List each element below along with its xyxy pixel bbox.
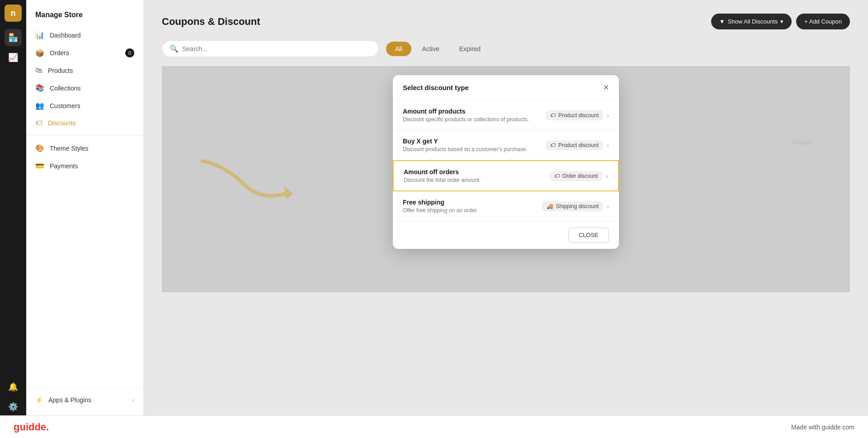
modal-item-text: Amount off products Discount specific pr…	[403, 108, 546, 123]
modal-close-button[interactable]: ✕	[603, 83, 609, 92]
dashboard-icon: 📊	[35, 31, 44, 39]
search-box[interactable]: 🔍	[162, 40, 379, 57]
sidebar-item-payments[interactable]: 💳 Payments	[26, 157, 143, 175]
sidebar-item-label: Collections	[50, 85, 80, 92]
search-input[interactable]	[182, 45, 371, 52]
sidebar-item-label: Discounts	[48, 119, 75, 127]
page-header: Coupons & Discount ▼ Show All Discounts …	[162, 14, 850, 29]
collections-icon: 📚	[35, 84, 44, 92]
modal-item-free-shipping[interactable]: Free shipping Offer free shipping on an …	[393, 191, 619, 221]
orders-icon: 📦	[35, 49, 44, 57]
modal-item-amount-off-products[interactable]: Amount off products Discount specific pr…	[393, 100, 619, 130]
modal-item-desc: Discount the total order amount.	[404, 177, 550, 183]
discounts-icon: 🏷	[35, 119, 42, 127]
modal-item-text: Free shipping Offer free shipping on an …	[403, 199, 542, 214]
rail-store-icon[interactable]: 🏪	[5, 29, 22, 46]
bottom-bar: guidde. Made with guidde.com	[0, 415, 868, 438]
sidebar-divider	[26, 135, 143, 136]
filter-tabs: All Active Expired	[386, 42, 490, 56]
sidebar-item-label: Dashboard	[50, 32, 81, 39]
badge-icon-2: 🏷	[550, 142, 556, 148]
sidebar-title: Manage Store	[26, 7, 143, 26]
page-title: Coupons & Discount	[162, 16, 260, 28]
modal-title: Select discount type	[403, 84, 469, 91]
show-all-discounts-button[interactable]: ▼ Show All Discounts ▾	[711, 14, 792, 29]
modal-item-title: Buy X get Y	[403, 138, 546, 145]
select-discount-modal: Select discount type ✕ Amount off produc…	[393, 75, 619, 249]
header-actions: ▼ Show All Discounts ▾ + Add Coupon	[711, 14, 850, 29]
modal-header: Select discount type ✕	[393, 75, 619, 100]
guidde-logo-text: guidde.	[14, 421, 49, 433]
products-icon: 🛍	[35, 67, 42, 75]
filter-row: 🔍 All Active Expired	[162, 40, 850, 57]
sidebar-item-products[interactable]: 🛍 Products	[26, 62, 143, 79]
icon-rail: n 🏪 📈 🔔 ⚙️	[0, 0, 26, 415]
orders-badge: 0	[125, 48, 134, 57]
order-discount-badge: 🏷 Order discount	[550, 171, 603, 181]
sidebar-item-label: Theme Styles	[50, 145, 89, 152]
modal-item-text: Buy X get Y Discount products based on a…	[403, 138, 546, 152]
theme-styles-icon: 🎨	[35, 144, 44, 152]
modal-item-desc: Discount specific products or collection…	[403, 116, 546, 123]
app-logo[interactable]: n	[5, 5, 22, 22]
modal-item-buy-x-get-y[interactable]: Buy X get Y Discount products based on a…	[393, 130, 619, 160]
modal-item-title: Free shipping	[403, 199, 542, 206]
modal-item-title: Amount off orders	[404, 168, 550, 176]
sidebar-item-label: Products	[48, 67, 73, 74]
badge-icon-4: 🚚	[547, 203, 553, 209]
badge-icon-1: 🏷	[550, 112, 556, 119]
sidebar: Manage Store 📊 Dashboard 📦 Orders 0 🛍 Pr…	[26, 0, 144, 415]
apps-icon: ⚡	[35, 396, 43, 404]
modal-item-amount-off-orders[interactable]: Amount off orders Discount the total ord…	[393, 160, 619, 191]
modal-item-desc: Offer free shipping on an order.	[403, 207, 542, 214]
sidebar-divider-bottom	[26, 388, 143, 388]
customers-icon: 👥	[35, 101, 44, 110]
add-coupon-button[interactable]: + Add Coupon	[796, 14, 850, 29]
sidebar-item-customers[interactable]: 👥 Customers	[26, 97, 143, 114]
rail-analytics-icon[interactable]: 📈	[5, 49, 22, 66]
main-content: Coupons & Discount ▼ Show All Discounts …	[144, 0, 868, 415]
sidebar-item-collections[interactable]: 📚 Collections	[26, 79, 143, 97]
sidebar-item-discounts[interactable]: 🏷 Discounts	[26, 114, 143, 132]
modal-footer: CLOSE	[393, 221, 619, 249]
chevron-down-icon: ▾	[780, 18, 783, 25]
chevron-right-icon-1: ›	[607, 112, 609, 119]
made-with-text: Made with guidde.com	[791, 424, 854, 431]
tab-expired[interactable]: Expired	[450, 42, 490, 56]
rail-settings-icon[interactable]: ⚙️	[5, 398, 22, 415]
apps-arrow-icon: ›	[132, 397, 134, 403]
sidebar-item-orders[interactable]: 📦 Orders 0	[26, 44, 143, 62]
badge-icon-3: 🏷	[554, 173, 560, 179]
chevron-right-icon-4: ›	[607, 203, 609, 210]
sidebar-item-apps[interactable]: ⚡ Apps & Plugins ›	[26, 392, 143, 408]
sidebar-item-dashboard[interactable]: 📊 Dashboard	[26, 26, 143, 44]
chevron-right-icon-2: ›	[607, 142, 609, 149]
apps-label: Apps & Plugins	[48, 396, 91, 404]
product-discount-badge-1: 🏷 Product discount	[546, 110, 603, 120]
modal-overlay: Select discount type ✕ Amount off produc…	[162, 66, 850, 292]
sidebar-item-label: Payments	[50, 162, 78, 170]
modal-item-text: Amount off orders Discount the total ord…	[404, 168, 550, 183]
tab-active[interactable]: Active	[413, 42, 448, 56]
shipping-discount-badge: 🚚 Shipping discount	[542, 201, 604, 211]
filter-icon: ▼	[719, 18, 725, 25]
sidebar-item-theme-styles[interactable]: 🎨 Theme Styles	[26, 139, 143, 157]
guidde-logo: guidde.	[14, 421, 49, 433]
chevron-right-icon-3: ›	[606, 172, 608, 180]
payments-icon: 💳	[35, 162, 44, 170]
sidebar-item-label: Orders	[50, 49, 69, 57]
product-discount-badge-2: 🏷 Product discount	[546, 140, 603, 150]
content-area: coupon. Select discount type ✕	[162, 66, 850, 292]
search-icon: 🔍	[170, 44, 179, 53]
modal-item-title: Amount off products	[403, 108, 546, 115]
modal-close-btn[interactable]: CLOSE	[568, 228, 609, 243]
modal-item-desc: Discount products based on a customer's …	[403, 146, 546, 152]
tab-all[interactable]: All	[386, 42, 411, 56]
rail-bell-icon[interactable]: 🔔	[5, 378, 22, 395]
sidebar-item-label: Customers	[50, 102, 80, 110]
